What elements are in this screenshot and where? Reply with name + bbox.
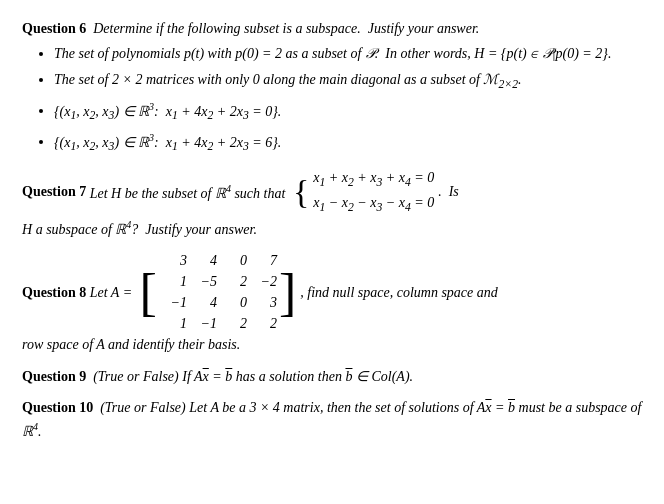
matrix-left-bracket-icon: [ [140, 267, 157, 319]
question-6-block: Question 6 Determine if the following su… [22, 18, 642, 157]
q7-equations: x1 + x2 + x3 + x4 = 0 x1 − x2 − x3 − x4 … [313, 167, 434, 218]
question-8-block: Question 8 Let A = [ 3 4 0 7 1 −5 2 −2 −… [22, 251, 642, 356]
q8-label: Question 8 [22, 281, 86, 305]
q6-bullet-list: The set of polynomials p(t) with p(0) = … [54, 43, 642, 157]
q7-brace-icon: { [293, 175, 309, 209]
cell-32: 2 [240, 312, 247, 336]
q8-line1: Question 8 Let A = [ 3 4 0 7 1 −5 2 −2 −… [22, 251, 642, 334]
q6-bullet-2: The set of 2 × 2 matrices with only 0 al… [54, 69, 642, 94]
question-9-block: Question 9 (True or False) If Ax = b has… [22, 366, 642, 388]
question-10-block: Question 10 (True or False) Let A be a 3… [22, 397, 642, 442]
cell-33: 2 [270, 312, 277, 336]
q10-text: (True or False) Let A be a 3 × 4 matrix,… [22, 400, 641, 438]
cell-30: 1 [180, 312, 187, 336]
q7-text: Let H be the subset of ℝ4 such that [86, 180, 289, 205]
q7-continuation: H a subspace of ℝ4? Justify your answer. [22, 218, 642, 241]
q7-eq2: x1 − x2 − x3 − x4 = 0 [313, 192, 434, 217]
q7-line: Question 7 Let H be the subset of ℝ4 suc… [22, 167, 642, 218]
q8-text3: row space of A and identify their basis. [22, 337, 240, 352]
q9-label: Question 9 [22, 369, 86, 384]
q7-system: { x1 + x2 + x3 + x4 = 0 x1 − x2 − x3 − x… [293, 167, 434, 218]
q6-bullet-1: The set of polynomials p(t) with p(0) = … [54, 43, 642, 65]
q7-text3: H a subspace of ℝ4? Justify your answer. [22, 222, 257, 237]
q7-text2: . Is [438, 180, 459, 204]
q8-matrix: [ 3 4 0 7 1 −5 2 −2 −1 4 0 3 1 −1 2 2 ] [140, 251, 297, 334]
q9-text: (True or False) If Ax = b has a solution… [90, 369, 413, 384]
question-7-block: Question 7 Let H be the subset of ℝ4 suc… [22, 167, 642, 241]
q10-label: Question 10 [22, 400, 93, 415]
q8-text2: , find null space, column space and [300, 281, 498, 305]
q8-text1: Let A = [86, 281, 135, 305]
q6-text: Determine if the following subset is a s… [90, 21, 480, 36]
matrix-right-bracket-icon: ] [279, 267, 296, 319]
matrix-cells: 3 4 0 7 1 −5 2 −2 −1 4 0 3 1 −1 2 2 [159, 251, 277, 334]
q6-label: Question 6 [22, 21, 86, 36]
q6-bullet-4: {(x1, x2, x3) ∈ ℝ3: x1 + 4x2 + 2x3 = 6}. [54, 130, 642, 157]
q7-label: Question 7 [22, 180, 86, 204]
q7-eq1: x1 + x2 + x3 + x4 = 0 [313, 167, 434, 192]
q6-bullet-3: {(x1, x2, x3) ∈ ℝ3: x1 + 4x2 + 2x3 = 0}. [54, 99, 642, 126]
cell-31: −1 [200, 312, 216, 336]
q8-line2: row space of A and identify their basis. [22, 334, 642, 356]
